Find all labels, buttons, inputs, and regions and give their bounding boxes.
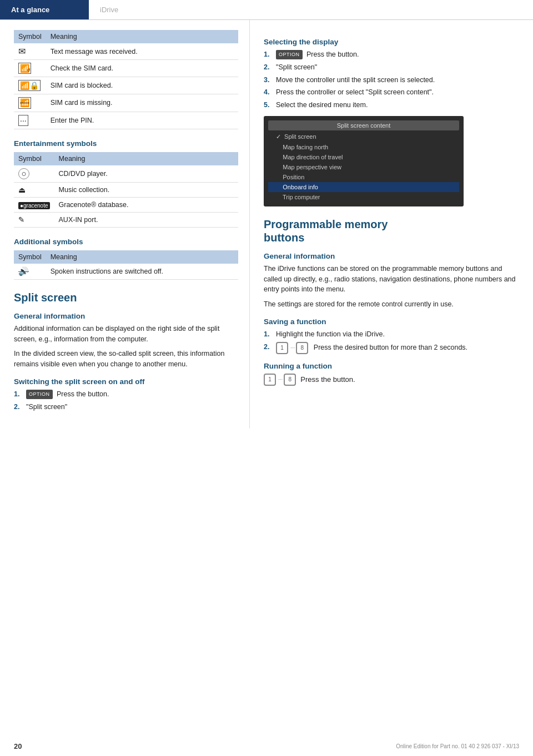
symbol-cell: 📶 <box>14 94 46 112</box>
table-row: ⏏ Music collection. <box>14 182 238 197</box>
entertainment-heading: Entertainment symbols <box>14 139 238 148</box>
symbol-cell: 📶↺ <box>14 60 46 77</box>
symbol-cell: ⏏ <box>14 182 54 197</box>
list-item: 3. Move the controller until the split s… <box>264 75 519 85</box>
online-edition-text: Online Edition for Part no. 01 40 2 926 … <box>396 743 519 749</box>
table-row: ○ CD/DVD player. <box>14 165 238 183</box>
option-button-icon: OPTION <box>26 390 53 400</box>
selecting-heading: Selecting the display <box>264 38 519 46</box>
menu-title: Split screen content <box>268 120 459 130</box>
page-number: 20 <box>14 742 22 750</box>
additional-table: Symbol Meaning 🔊 Spoken instructions are… <box>14 250 238 280</box>
menu-item-active: Onboard info <box>268 182 459 192</box>
page-header: At a glance iDrive <box>0 0 533 20</box>
menu-item: Map perspective view <box>268 162 459 172</box>
menu-item: Map facing north <box>268 142 459 152</box>
list-item: 2. "Split screen" <box>14 402 238 412</box>
meaning-cell: Music collection. <box>54 182 238 197</box>
list-item: 2. 1 ··· 8 Press the desired button for … <box>264 342 519 354</box>
table-row: 📶 SIM card is missing. <box>14 94 238 112</box>
list-item: 2. "Split screen" <box>264 62 519 73</box>
add-symbol-col: Symbol <box>14 250 46 264</box>
running-heading: Running a function <box>264 362 519 370</box>
page-footer: 20 Online Edition for Part no. 01 40 2 9… <box>0 742 533 750</box>
split-screen-preview: Split screen content ✓ Split screen Map … <box>264 116 464 206</box>
add-meaning-col: Meaning <box>46 250 238 264</box>
split-general-para-2: In the divided screen view, the so-calle… <box>14 349 238 370</box>
list-item: 5. Select the desired menu item. <box>264 100 519 110</box>
menu-item: ✓ Split screen <box>268 132 459 142</box>
symbol-cell: ✏ <box>14 212 54 227</box>
prog-memory-heading: Programmable memorybuttons <box>264 218 519 244</box>
running-text: Press the button. <box>300 375 355 384</box>
ent-meaning-col: Meaning <box>54 152 238 165</box>
symbol-table-main: Symbol Meaning ✉ Text message was receiv… <box>14 30 238 129</box>
header-right-tab: iDrive <box>89 0 129 19</box>
meaning-cell: Spoken instructions are switched off. <box>46 264 238 280</box>
switching-steps-list: 1. OPTION Press the button. 2. "Split sc… <box>14 389 238 412</box>
table-row: 📶↺ Check the SIM card. <box>14 60 238 77</box>
running-step: 1 ··· 8 Press the button. <box>264 374 519 386</box>
meaning-cell: Check the SIM card. <box>46 60 238 77</box>
header-left-tab: At a glance <box>0 0 89 19</box>
additional-heading: Additional symbols <box>14 238 238 246</box>
col-meaning-header: Meaning <box>46 30 238 43</box>
symbol-cell: ✉ <box>14 43 46 60</box>
table-row: ✏ AUX-IN port. <box>14 212 238 227</box>
memory-btn-1: 1 <box>276 342 288 354</box>
menu-item: Position <box>268 172 459 182</box>
meaning-cell: CD/DVD player. <box>54 165 238 183</box>
main-content: Symbol Meaning ✉ Text message was receiv… <box>0 20 533 429</box>
meaning-cell: Gracenote® database. <box>54 197 238 212</box>
saving-steps-list: 1. Highlight the function via the iDrive… <box>264 329 519 354</box>
memory-btn-8-run: 8 <box>284 374 296 386</box>
meaning-cell: AUX-IN port. <box>54 212 238 227</box>
symbol-cell: ●gracenote <box>14 197 54 212</box>
list-item: 4. Press the controller or select "Split… <box>264 87 519 98</box>
right-general-info-para-1: The iDrive functions can be stored on th… <box>264 264 519 295</box>
memory-btn-8: 8 <box>296 342 308 354</box>
list-item: 1. OPTION Press the button. <box>264 49 519 60</box>
table-row: ✉ Text message was received. <box>14 43 238 60</box>
split-general-heading: General information <box>14 312 238 320</box>
right-column: Selecting the display 1. OPTION Press th… <box>250 20 533 429</box>
menu-item: Trip computer <box>268 192 459 202</box>
switching-heading: Switching the split screen on and off <box>14 377 238 386</box>
saving-heading: Saving a function <box>264 317 519 326</box>
option-button-icon: OPTION <box>276 50 303 60</box>
list-item: 1. Highlight the function via the iDrive… <box>264 329 519 340</box>
split-general-para-1: Additional information can be displayed … <box>14 324 238 345</box>
selecting-steps-list: 1. OPTION Press the button. 2. "Split sc… <box>264 49 519 110</box>
header-left-label: At a glance <box>11 6 49 14</box>
table-row: ··· Enter the PIN. <box>14 112 238 129</box>
entertainment-table: Symbol Meaning ○ CD/DVD player. ⏏ Music … <box>14 152 238 228</box>
header-right-label: iDrive <box>100 6 118 14</box>
right-general-info-heading: General information <box>264 252 519 260</box>
list-item: 1. OPTION Press the button. <box>14 389 238 400</box>
left-column: Symbol Meaning ✉ Text message was receiv… <box>0 20 250 429</box>
split-screen-heading: Split screen <box>14 291 238 304</box>
table-row: 📶🔒 SIM card is blocked. <box>14 77 238 94</box>
table-row: ●gracenote Gracenote® database. <box>14 197 238 212</box>
symbol-cell: 📶🔒 <box>14 77 46 94</box>
right-general-info-para-2: The settings are stored for the remote c… <box>264 299 519 310</box>
ent-symbol-col: Symbol <box>14 152 54 165</box>
meaning-cell: SIM card is missing. <box>46 94 238 112</box>
symbol-cell: ··· <box>14 112 46 129</box>
meaning-cell: Text message was received. <box>46 43 238 60</box>
meaning-cell: Enter the PIN. <box>46 112 238 129</box>
symbol-cell: ○ <box>14 165 54 183</box>
table-row: 🔊 Spoken instructions are switched off. <box>14 264 238 280</box>
memory-btn-1-run: 1 <box>264 374 276 386</box>
symbol-cell: 🔊 <box>14 264 46 280</box>
menu-item: Map direction of travel <box>268 152 459 162</box>
meaning-cell: SIM card is blocked. <box>46 77 238 94</box>
col-symbol-header: Symbol <box>14 30 46 43</box>
